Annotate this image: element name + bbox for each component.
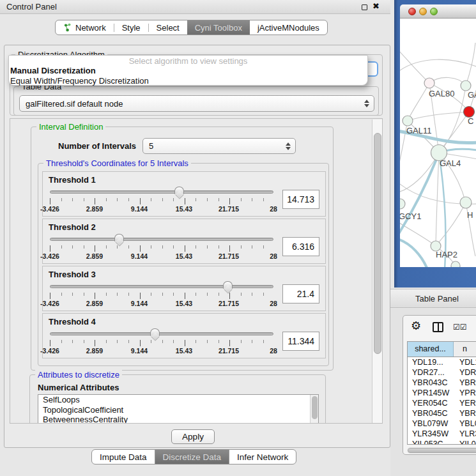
apply-button[interactable]: Apply — [171, 429, 215, 444]
select-columns-icon[interactable]: ☑☑ — [453, 323, 467, 332]
tab-impute-data[interactable]: Impute Data — [92, 450, 155, 464]
cell-name[interactable]: YBL0 — [454, 418, 476, 429]
scrollbar-thumb[interactable] — [374, 133, 381, 354]
column-header-shared-name[interactable]: shared... — [408, 342, 454, 357]
list-scrollbar[interactable] — [310, 395, 318, 424]
threshold-value-field[interactable]: 21.4 — [282, 284, 319, 303]
slider-track[interactable] — [50, 238, 273, 241]
cell-name[interactable]: YIL0 — [454, 439, 476, 445]
tab-infer-network[interactable]: Infer Network — [229, 450, 296, 464]
cell-name[interactable]: YDR2 — [454, 367, 476, 378]
node-gcy1[interactable] — [400, 199, 405, 209]
slider-thumb[interactable] — [150, 328, 160, 336]
cell-shared-name[interactable]: YLR345W — [408, 429, 454, 439]
tick-label: 21.715 — [219, 252, 239, 260]
tab-jactivemnodules[interactable]: jActiveMNodules — [250, 20, 327, 35]
threshold-slider[interactable]: -3.4262.8599.14415.4321.71528 — [49, 280, 275, 310]
cell-shared-name[interactable]: YDR27... — [408, 367, 454, 378]
tick-label: 9.144 — [131, 300, 148, 307]
settings-scrollbar[interactable] — [372, 119, 383, 424]
table-row[interactable]: YIL053C YIL0 — [408, 439, 476, 445]
tick-labels: -3.4262.8599.14415.4321.71528 — [50, 300, 273, 308]
cell-shared-name[interactable]: YBL079W — [408, 418, 454, 429]
slider-thumb[interactable] — [114, 234, 124, 242]
cell-name[interactable]: YER0 — [454, 398, 476, 408]
network-canvas[interactable]: GAL80 GA C GAL11 GAL4 GCY1 H HAP2 — [400, 19, 476, 267]
network-window-titlebar[interactable] — [400, 4, 476, 19]
cell-shared-name[interactable]: YPR145W — [408, 388, 454, 398]
tab-network[interactable]: Network — [56, 20, 114, 35]
scrollbar-thumb[interactable] — [312, 396, 318, 419]
scrollbar-thumb[interactable] — [408, 448, 476, 453]
slider-thumb[interactable] — [174, 187, 184, 194]
threshold-slider[interactable]: -3.4262.8599.14415.4321.71528 — [49, 186, 275, 215]
table-data-group: Table Data galFiltered.sif default node — [13, 86, 379, 116]
cell-shared-name[interactable]: YIL053C — [408, 439, 454, 445]
tick-label: 15.43 — [176, 347, 192, 355]
tab-cyni-toolbox[interactable]: Cyni Toolbox — [187, 20, 250, 35]
table-row[interactable]: YER054C YER0 — [408, 398, 476, 408]
slider-thumb[interactable] — [223, 281, 233, 289]
node-gal80[interactable] — [424, 78, 434, 88]
node[interactable] — [461, 81, 471, 91]
node-label: HAP2 — [436, 250, 457, 259]
close-traffic-light-icon[interactable] — [408, 8, 416, 15]
column-header-name[interactable]: n — [454, 342, 476, 357]
cell-name[interactable]: YBR0 — [454, 408, 476, 418]
dropdown-option-manual[interactable]: Manual Discretization — [9, 66, 367, 76]
table-row[interactable]: YLR345W YLR3 — [408, 429, 476, 439]
float-window-icon[interactable] — [362, 4, 367, 10]
table-row[interactable]: YPR145W YPR1 — [408, 388, 476, 398]
minimize-traffic-light-icon[interactable] — [419, 8, 427, 15]
table-row[interactable]: YBR043C YBR0 — [408, 378, 476, 388]
tick-label: 28 — [270, 300, 277, 307]
list-item[interactable]: TopologicalCoefficient — [38, 405, 318, 415]
slider-track[interactable] — [50, 285, 273, 288]
cell-name[interactable]: YPR1 — [454, 388, 476, 398]
table-row[interactable]: YDL19... YDL1 — [408, 357, 476, 367]
cell-shared-name[interactable]: YBR043C — [408, 378, 454, 388]
table-row[interactable]: YDR27... YDR2 — [408, 367, 476, 378]
threshold-value-field[interactable]: 6.316 — [282, 237, 319, 256]
table-row[interactable]: YBL079W YBL0 — [408, 418, 476, 429]
cell-shared-name[interactable]: YBR045C — [408, 408, 454, 418]
list-item[interactable]: BetweennessCentrality — [38, 415, 318, 424]
tab-network-label: Network — [75, 23, 106, 33]
tick-label: -3.426 — [40, 347, 59, 355]
control-panel-titlebar: Control Panel ✖ — [0, 0, 390, 14]
list-item[interactable]: SelfLoops — [38, 395, 318, 405]
zoom-traffic-light-icon[interactable] — [430, 8, 438, 15]
dropdown-option-equal-width[interactable]: Equal Width/Frequency Discretization — [9, 76, 367, 86]
tab-discretize-data[interactable]: Discretize Data — [155, 450, 229, 464]
slider-track[interactable] — [50, 332, 273, 335]
threshold-slider[interactable]: -3.4262.8599.14415.4321.71528 — [49, 233, 275, 263]
tab-style[interactable]: Style — [114, 20, 148, 35]
cell-name[interactable]: YDL1 — [454, 357, 476, 367]
table-horizontal-scrollbar[interactable] — [407, 447, 476, 454]
node-selected-red[interactable] — [464, 107, 475, 118]
tab-select[interactable]: Select — [149, 20, 187, 35]
table-row[interactable]: YBR045C YBR0 — [408, 408, 476, 418]
node-gal11[interactable] — [403, 116, 413, 126]
close-icon[interactable]: ✖ — [372, 1, 380, 11]
threshold-value-field[interactable]: 14.713 — [282, 190, 319, 209]
settings-gear-icon[interactable]: ⚙ — [411, 319, 421, 332]
threshold-value-field[interactable]: 11.344 — [282, 332, 319, 351]
table-data-combobox[interactable]: galFiltered.sif default node — [19, 95, 374, 112]
cell-shared-name[interactable]: YER054C — [408, 398, 454, 408]
interval-definition-group: Interval Definition Number of Intervals … — [31, 127, 334, 371]
table-panel-titlebar: Table Panel — [390, 289, 476, 308]
cell-shared-name[interactable]: YDL19... — [408, 357, 454, 367]
split-columns-icon[interactable] — [433, 322, 443, 332]
node[interactable] — [460, 197, 472, 208]
node[interactable] — [451, 261, 460, 267]
tick-label: 28 — [270, 205, 277, 213]
cell-name[interactable]: YLR3 — [454, 429, 476, 439]
threshold-label: Threshold 4 — [49, 317, 319, 326]
tab-impute-label: Impute Data — [100, 452, 147, 462]
number-of-intervals-combobox[interactable]: 5 — [142, 138, 296, 154]
threshold-slider[interactable]: -3.4262.8599.14415.4321.71528 — [49, 328, 275, 357]
slider-track[interactable] — [50, 190, 273, 194]
cell-name[interactable]: YBR0 — [454, 378, 476, 388]
numerical-attributes-list: SelfLoopsTopologicalCoefficientBetweenne… — [38, 394, 319, 424]
